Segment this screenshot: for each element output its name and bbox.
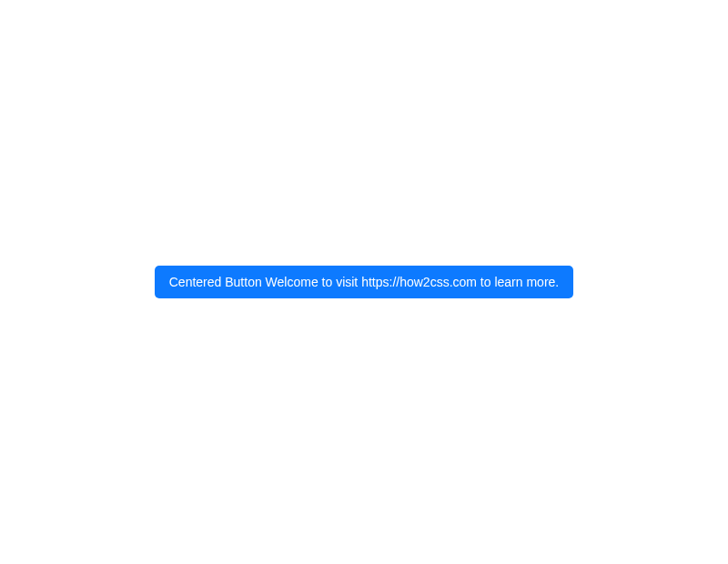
centered-button[interactable]: Centered Button Welcome to visit https:/… [155,266,573,299]
